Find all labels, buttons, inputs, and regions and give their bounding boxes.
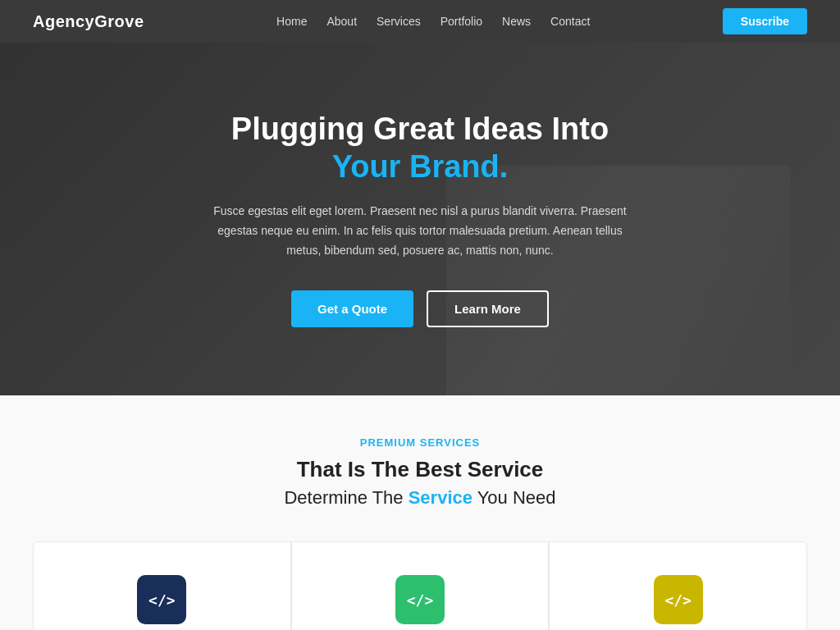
learn-more-button[interactable]: Learn More	[427, 290, 549, 327]
app-dev-icon: </>	[654, 575, 703, 624]
hero-title-highlight: Your Brand.	[332, 149, 509, 184]
nav-link-home[interactable]: Home	[276, 15, 307, 28]
web-dev-icon: </>	[137, 575, 186, 624]
nav-logo: AgencyGrove	[33, 12, 144, 31]
subscribe-button[interactable]: Suscribe	[723, 8, 807, 34]
services-title: That Is The Best Service	[33, 457, 807, 482]
nav-links: Home About Services Portfolio News Conta…	[276, 14, 590, 29]
service-card-web: </> Web Development Nullam dictum felis …	[33, 541, 291, 630]
nav-link-news[interactable]: News	[502, 15, 531, 28]
services-subtitle-highlight: Service	[409, 487, 472, 508]
service-card-uiux: </> UI/UX Design Nullam dictum felis eu …	[291, 541, 550, 630]
nav-link-services[interactable]: Services	[377, 15, 421, 28]
hero-section: Plugging Great Ideas Into Your Brand. Fu…	[0, 43, 840, 395]
nav-link-about[interactable]: About	[326, 15, 357, 28]
uiux-icon: </>	[395, 575, 445, 624]
hero-buttons: Get a Quote Learn More	[199, 290, 641, 327]
services-subtitle: Determine The Service You Need	[33, 487, 807, 509]
navbar: AgencyGrove Home About Services Portfoli…	[0, 0, 840, 43]
hero-subtitle: Fusce egestas elit eget lorem. Praesent …	[207, 202, 633, 260]
services-subtitle-part1: Determine The	[284, 487, 408, 508]
service-card-app: </> App Development Nullam dictum felis …	[549, 541, 807, 630]
hero-title: Plugging Great Ideas Into Your Brand.	[199, 111, 641, 185]
nav-link-contact[interactable]: Contact	[550, 15, 590, 28]
services-section: Premium Services That Is The Best Servic…	[0, 395, 840, 630]
hero-content: Plugging Great Ideas Into Your Brand. Fu…	[182, 111, 658, 327]
services-subtitle-part2: You Need	[472, 487, 556, 508]
services-label: Premium Services	[33, 436, 807, 449]
get-quote-button[interactable]: Get a Quote	[291, 290, 413, 327]
services-cards: </> Web Development Nullam dictum felis …	[33, 541, 807, 630]
nav-link-portfolio[interactable]: Portfolio	[441, 15, 482, 28]
hero-title-part1: Plugging Great Ideas Into	[231, 112, 609, 146]
